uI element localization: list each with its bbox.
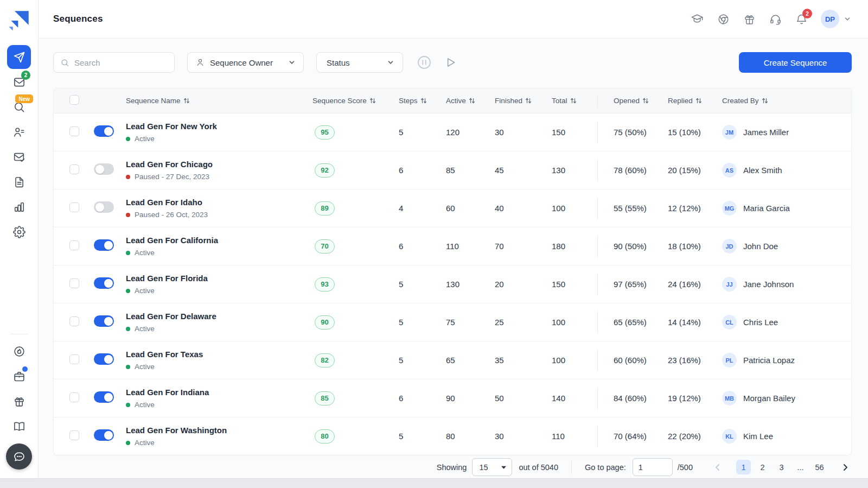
sort-icon[interactable] (525, 97, 532, 104)
row-checkbox[interactable] (69, 126, 79, 136)
sequence-owner-filter[interactable]: Sequence Owner (187, 52, 304, 73)
page-number-button[interactable]: 1 (736, 460, 751, 474)
sort-icon[interactable] (695, 97, 702, 104)
sort-icon[interactable] (762, 97, 768, 104)
next-page-button[interactable] (839, 461, 852, 474)
toggle-knob (104, 431, 113, 440)
table-row[interactable]: Lead Gen For Idaho Paused - 26 Oct, 2023… (54, 189, 851, 227)
page-size-select[interactable]: 15 (472, 458, 512, 476)
table-row[interactable]: Lead Gen For Texas Active 82 5 65 35 100… (54, 341, 851, 379)
sequence-toggle[interactable] (94, 277, 114, 289)
sort-icon[interactable] (642, 97, 649, 104)
sequence-toggle[interactable] (94, 125, 114, 137)
sequence-toggle[interactable] (94, 353, 114, 365)
browser-extension-button[interactable] (717, 12, 730, 26)
sequence-toggle[interactable] (94, 239, 114, 251)
page-number-button[interactable]: 56 (812, 460, 827, 474)
row-checkbox[interactable] (69, 278, 79, 288)
notifications-button[interactable]: 2 (795, 12, 808, 26)
sequence-name[interactable]: Lead Gen For Idaho (126, 198, 312, 207)
column-header-created-by[interactable]: Created By (722, 97, 851, 105)
column-header-replied[interactable]: Replied (668, 97, 722, 105)
profile-menu-button[interactable] (843, 15, 852, 23)
sort-icon[interactable] (183, 97, 190, 104)
academy-button[interactable] (691, 12, 704, 26)
row-checkbox[interactable] (69, 316, 79, 326)
total-value: 150 (552, 280, 597, 289)
sidebar-item-integrations[interactable] (7, 364, 31, 388)
sequence-toggle[interactable] (94, 429, 114, 441)
sidebar-item-contacts[interactable] (7, 120, 31, 144)
column-header-sequence-name[interactable]: Sequence Name (126, 97, 312, 105)
person-icon (195, 58, 205, 67)
sidebar-item-analytics[interactable] (7, 195, 31, 219)
sidebar-item-rewards[interactable] (7, 389, 31, 413)
rewards-button[interactable] (743, 12, 756, 26)
sequence-name[interactable]: Lead Gen For Chicago (126, 160, 312, 169)
sidebar-item-sequences[interactable] (7, 45, 31, 69)
pause-selected-button[interactable] (416, 54, 432, 71)
app-logo[interactable] (7, 8, 31, 33)
row-checkbox[interactable] (69, 392, 79, 402)
sequence-toggle[interactable] (94, 315, 114, 327)
status-filter[interactable]: Status (316, 52, 403, 73)
notification-count-badge: 2 (802, 9, 812, 18)
sort-icon[interactable] (420, 97, 427, 104)
sequence-toggle[interactable] (94, 391, 114, 403)
sequence-name[interactable]: Lead Gen For Washington (126, 426, 312, 435)
row-checkbox[interactable] (69, 430, 79, 440)
table-row[interactable]: Lead Gen For Chicago Paused - 27 Dec, 20… (54, 151, 851, 189)
sequence-name[interactable]: Lead Gen For Texas (126, 350, 312, 359)
sort-icon[interactable] (570, 97, 577, 104)
sidebar-item-templates[interactable] (7, 170, 31, 194)
creator-avatar: CL (722, 315, 737, 329)
steps-value: 6 (399, 242, 446, 251)
support-chat-button[interactable] (6, 443, 32, 470)
gift-icon (743, 13, 756, 26)
support-button[interactable] (769, 12, 782, 26)
row-checkbox[interactable] (69, 202, 79, 212)
column-header-sequence-score[interactable]: Sequence Score (312, 97, 399, 105)
table-row[interactable]: Lead Gen For Washington Active 80 5 80 3… (54, 417, 851, 455)
goto-page-input[interactable] (633, 458, 673, 476)
sequence-toggle[interactable] (94, 201, 114, 213)
column-header-finished[interactable]: Finished (495, 97, 552, 105)
create-sequence-button[interactable]: Create Sequence (739, 52, 852, 73)
sidebar-divider (10, 334, 28, 334)
sequence-toggle[interactable] (94, 163, 114, 175)
play-selected-button[interactable] (442, 54, 458, 71)
sort-icon[interactable] (469, 97, 475, 104)
status-label: Paused - 26 Oct, 2023 (135, 211, 208, 219)
sort-icon[interactable] (369, 97, 376, 104)
column-header-active[interactable]: Active (446, 97, 495, 105)
sequence-name[interactable]: Lead Gen For Delaware (126, 312, 312, 321)
user-avatar[interactable]: DP (821, 10, 839, 28)
sidebar-item-settings[interactable] (7, 220, 31, 244)
row-checkbox[interactable] (69, 354, 79, 364)
sequence-name[interactable]: Lead Gen For California (126, 236, 312, 245)
sidebar-item-email-accounts[interactable] (7, 145, 31, 169)
column-header-opened[interactable]: Opened (597, 97, 668, 105)
column-header-steps[interactable]: Steps (399, 97, 446, 105)
sidebar-item-docs[interactable] (7, 414, 31, 438)
page-number-button[interactable]: 2 (755, 460, 770, 474)
opened-value: 97 (65%) (597, 280, 668, 289)
previous-page-button[interactable] (711, 461, 724, 474)
table-row[interactable]: Lead Gen For Florida Active 93 5 130 20 … (54, 265, 851, 303)
page-number-button[interactable]: 3 (774, 460, 789, 474)
search-input[interactable] (74, 58, 168, 67)
table-row[interactable]: Lead Gen For Indiana Active 85 6 90 50 1… (54, 379, 851, 417)
sidebar-item-lead-finder[interactable]: New (7, 95, 31, 119)
sidebar-item-whats-new[interactable] (7, 339, 31, 363)
column-header-total[interactable]: Total (552, 97, 597, 105)
sidebar-item-inbox[interactable]: 2 (7, 70, 31, 94)
row-checkbox[interactable] (69, 240, 79, 250)
table-row[interactable]: Lead Gen For Delaware Active 90 5 75 25 … (54, 303, 851, 341)
table-row[interactable]: Lead Gen For California Active 70 6 110 … (54, 227, 851, 265)
row-checkbox[interactable] (69, 164, 79, 174)
table-row[interactable]: Lead Gen For New York Active 95 5 120 30… (54, 113, 851, 151)
sequence-name[interactable]: Lead Gen For New York (126, 122, 312, 131)
select-all-checkbox[interactable] (69, 95, 79, 105)
sequence-name[interactable]: Lead Gen For Indiana (126, 388, 312, 397)
sequence-name[interactable]: Lead Gen For Florida (126, 274, 312, 283)
